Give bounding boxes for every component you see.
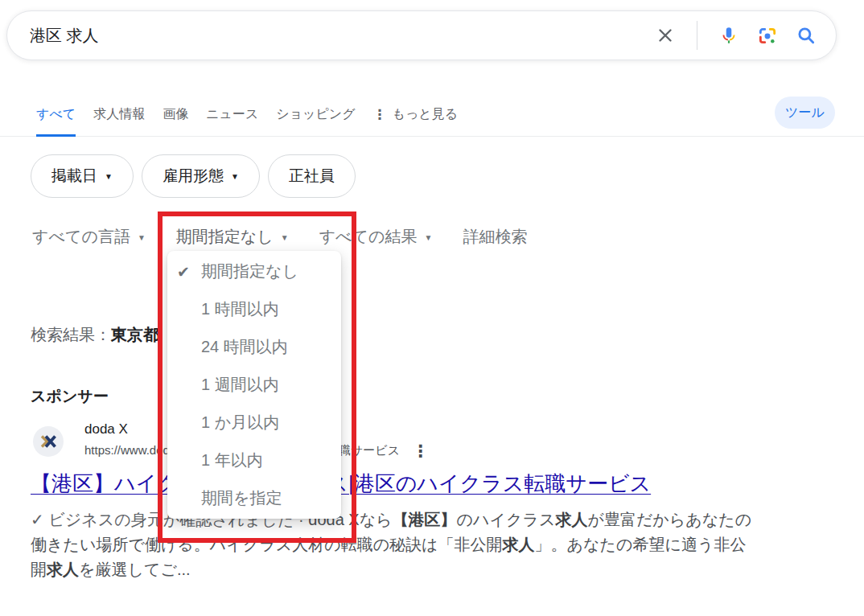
chevron-down-icon: ▼ — [105, 172, 113, 181]
dropdown-item-24 時間以内[interactable]: 24 時間以内 — [167, 328, 341, 366]
tab-label: ショッピング — [276, 106, 355, 123]
text-run: 東京都 — [111, 326, 159, 343]
dropdown-item-1 か月以内[interactable]: 1 か月以内 — [167, 404, 341, 441]
search-bar-divider — [697, 21, 697, 50]
dropdown-item-label: 1 時間以内 — [201, 298, 279, 320]
dropdown-item-1 時間以内[interactable]: 1 時間以内 — [167, 290, 341, 328]
tab-label: すべて — [36, 106, 76, 123]
chevron-down-icon: ▼ — [231, 172, 239, 181]
result-menu-icon[interactable]: ⋮ — [412, 441, 429, 461]
google-lens-icon[interactable] — [757, 25, 778, 46]
tab-ニュース[interactable]: ニュース — [206, 95, 258, 137]
more-dots-icon: ⋮ — [373, 106, 387, 123]
tab-すべて[interactable]: すべて — [36, 95, 76, 137]
text-run: 【港区】 — [393, 511, 457, 528]
tab-求人情報[interactable]: 求人情報 — [93, 95, 145, 137]
dropdown-item-label: 1 年以内 — [201, 450, 263, 471]
filter-chips-row: 掲載日▼雇用形態▼正社員 — [31, 154, 356, 198]
tab-label: 求人情報 — [93, 106, 145, 123]
time-filter-dropdown: ✔期間指定なし1 時間以内24 時間以内1 週間以内1 か月以内1 年以内期間を… — [167, 251, 341, 519]
tab-ショッピング[interactable]: ショッピング — [276, 95, 355, 137]
text-run: 求人 — [555, 511, 587, 528]
dropdown-item-期間指定なし[interactable]: ✔期間指定なし — [167, 253, 341, 290]
tools-button[interactable]: ツール — [775, 97, 835, 129]
dropdown-item-label: 期間指定なし — [201, 261, 298, 282]
dropdown-item-1 週間以内[interactable]: 1 週間以内 — [167, 366, 341, 404]
tab-label: ニュース — [206, 106, 258, 123]
chip-掲載日[interactable]: 掲載日▼ — [31, 154, 134, 198]
dropdown-item-label: 期間を指定 — [201, 487, 282, 509]
search-bar-icons — [655, 21, 817, 50]
text-run: 求人 — [503, 536, 535, 553]
filter-label: 詳細検索 — [463, 226, 527, 248]
tab-画像[interactable]: 画像 — [163, 95, 188, 137]
filter-label: すべての言語 — [32, 226, 130, 248]
chip-label: 正社員 — [289, 166, 335, 187]
text-run: のハイクラス — [457, 511, 556, 528]
checkmark-icon: ✔ — [177, 262, 190, 281]
tabs-list: すべて求人情報画像ニュースショッピング⋮もっと見る — [36, 95, 458, 137]
dropdown-item-label: 24 時間以内 — [201, 336, 288, 358]
filter-期間指定なし[interactable]: 期間指定なし▼ — [176, 226, 289, 248]
tab-label: 画像 — [163, 106, 188, 123]
tab-label: もっと見る — [393, 106, 459, 123]
tools-filter-row: すべての言語▼期間指定なし▼すべての結果▼詳細検索 — [32, 225, 527, 248]
text-run: ✓ — [31, 511, 48, 528]
filter-詳細検索[interactable]: 詳細検索 — [463, 226, 527, 248]
chevron-down-icon: ▼ — [138, 232, 146, 242]
dropdown-item-label: 1 か月以内 — [201, 412, 279, 433]
filter-すべての言語[interactable]: すべての言語▼ — [32, 226, 146, 248]
text-run: 検索結果： — [31, 326, 111, 343]
clear-icon[interactable] — [655, 25, 676, 46]
dropdown-item-期間を指定[interactable]: 期間を指定 — [167, 479, 341, 517]
dropdown-item-1 年以内[interactable]: 1 年以内 — [167, 441, 341, 479]
text-run: を厳選してご... — [79, 561, 191, 578]
dropdown-item-label: 1 週間以内 — [201, 374, 279, 396]
search-icon[interactable] — [796, 25, 817, 46]
chevron-down-icon: ▼ — [425, 232, 433, 242]
text-run: 求人 — [47, 561, 79, 578]
search-input[interactable] — [30, 27, 655, 45]
tabs-bar: すべて求人情報画像ニュースショッピング⋮もっと見る ツール — [0, 95, 864, 137]
sponsored-label: スポンサー — [31, 386, 109, 407]
microphone-icon[interactable] — [718, 25, 739, 46]
chip-label: 掲載日 — [51, 166, 97, 187]
ad-description: ✓ ビジネスの身元が確認されました · doda Xなら【港区】のハイクラス求人… — [31, 507, 759, 582]
chip-雇用形態[interactable]: 雇用形態▼ — [142, 154, 260, 198]
chip-label: 雇用形態 — [163, 166, 224, 187]
advertiser-favicon — [32, 425, 64, 458]
filter-すべての結果[interactable]: すべての結果▼ — [319, 226, 433, 248]
chip-正社員[interactable]: 正社員 — [268, 154, 356, 198]
search-scope-status: 検索結果：東京都 — [31, 324, 159, 346]
google-search-results-page: すべて求人情報画像ニュースショッピング⋮もっと見る ツール 掲載日▼雇用形態▼正… — [0, 0, 864, 616]
chevron-down-icon: ▼ — [281, 232, 289, 242]
search-bar[interactable] — [6, 10, 837, 60]
advertiser-name[interactable]: doda X — [84, 421, 128, 437]
tab-more[interactable]: ⋮もっと見る — [373, 95, 459, 137]
filter-label: すべての結果 — [319, 226, 418, 248]
filter-label: 期間指定なし — [176, 226, 274, 248]
